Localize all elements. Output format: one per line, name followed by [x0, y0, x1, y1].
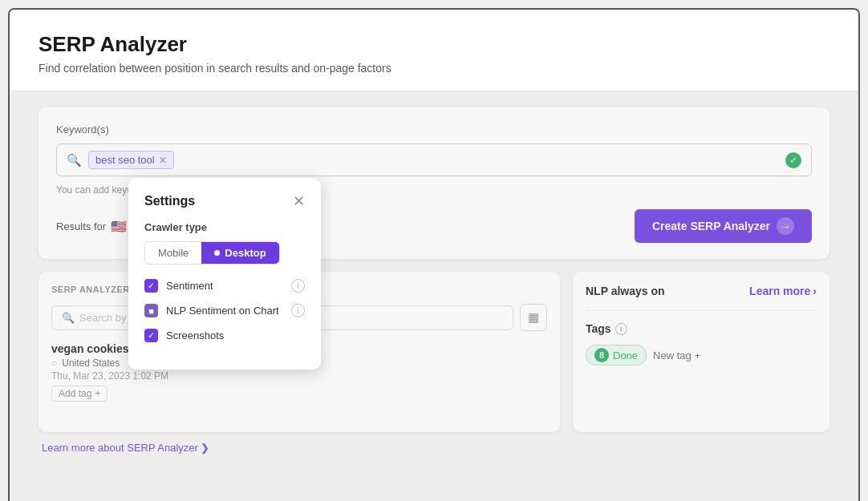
crawler-toggle: Mobile Desktop: [144, 241, 280, 265]
done-count: 8: [594, 348, 609, 362]
nlp-label: NLP always on: [586, 285, 665, 297]
us-flag-icon: 🇺🇸: [111, 219, 127, 234]
results-for-text: Results for: [56, 220, 106, 232]
tags-info-icon[interactable]: i: [615, 323, 627, 335]
crawler-type-label: Crawler type: [144, 221, 305, 233]
sentiment-info-icon[interactable]: i: [291, 279, 305, 293]
add-tag-button[interactable]: Add tag +: [51, 386, 107, 402]
plus-icon: +: [95, 388, 100, 399]
screenshots-checkbox[interactable]: ✓: [144, 329, 158, 342]
active-dot-icon: [214, 250, 220, 256]
remove-keyword-icon[interactable]: ✕: [159, 155, 167, 166]
filter-button[interactable]: ▦: [520, 304, 547, 331]
search-bar-icon: 🔍: [62, 312, 75, 324]
sentiment-checkbox[interactable]: ✓: [144, 279, 158, 293]
tags-label: Tags i: [586, 322, 817, 335]
app-frame: SERP Analyzer Find correlation between p…: [8, 8, 860, 501]
nlp-row: NLP always on Learn more ›: [586, 285, 817, 311]
popup-header: Settings ✕: [144, 194, 305, 208]
search-placeholder: Search by: [79, 312, 127, 324]
learn-more-serp-link[interactable]: Learn more about SERP Analyzer ❯: [42, 442, 210, 454]
keyword-tag: best seo tool ✕: [88, 151, 174, 169]
check-icon: ✓: [785, 152, 801, 168]
keyword-input-row[interactable]: 🔍 best seo tool ✕ ✓: [56, 143, 812, 176]
right-panel: NLP always on Learn more › Tags i 8 Do: [573, 272, 829, 432]
sentiment-label: Sentiment: [166, 280, 283, 292]
page-title: SERP Analyzer: [39, 32, 829, 57]
learn-more-link[interactable]: Learn more ›: [749, 285, 817, 297]
tags-section: Tags i 8 Done New tag +: [586, 322, 817, 366]
sentiment-checkbox-row: ✓ Sentiment i: [144, 279, 305, 293]
screenshots-label: Screenshots: [166, 329, 305, 341]
done-tag: 8 Done: [586, 345, 647, 366]
screenshots-checkbox-row: ✓ Screenshots: [144, 329, 305, 342]
mobile-option[interactable]: Mobile: [145, 242, 201, 264]
popup-title: Settings: [144, 194, 195, 208]
chevron-right-icon: ›: [813, 285, 817, 297]
close-icon[interactable]: ✕: [293, 194, 305, 208]
search-icon: 🔍: [67, 153, 82, 168]
globe-icon: ○: [51, 358, 57, 369]
header-section: SERP Analyzer Find correlation between p…: [10, 10, 858, 91]
learn-more-serp-row: Learn more about SERP Analyzer ❯: [39, 440, 829, 455]
create-serp-button[interactable]: Create SERP Analyzer →: [635, 209, 812, 243]
arrow-circle-icon: →: [777, 217, 794, 235]
settings-popup: Settings ✕ Crawler type Mobile Desktop ✓…: [128, 178, 321, 370]
nlp-chart-checkbox[interactable]: ■: [144, 304, 158, 317]
nlp-chart-label: NLP Sentiment on Chart: [166, 305, 283, 317]
page-subtitle: Find correlation between position in sea…: [39, 62, 829, 75]
tags-row: 8 Done New tag +: [586, 345, 817, 366]
nlp-chart-info-icon[interactable]: i: [291, 304, 305, 317]
item-country: United States: [62, 358, 120, 369]
plus-icon: +: [695, 349, 701, 362]
desktop-option[interactable]: Desktop: [201, 242, 278, 264]
main-content: Keyword(s) 🔍 best seo tool ✕ ✓ You can a…: [10, 91, 858, 501]
item-date: Thu, Mar 23, 2023 1:02 PM: [51, 370, 547, 382]
keywords-label: Keyword(s): [56, 123, 812, 135]
new-tag-button[interactable]: New tag +: [653, 349, 700, 362]
nlp-chart-checkbox-row: ■ NLP Sentiment on Chart i: [144, 304, 305, 317]
